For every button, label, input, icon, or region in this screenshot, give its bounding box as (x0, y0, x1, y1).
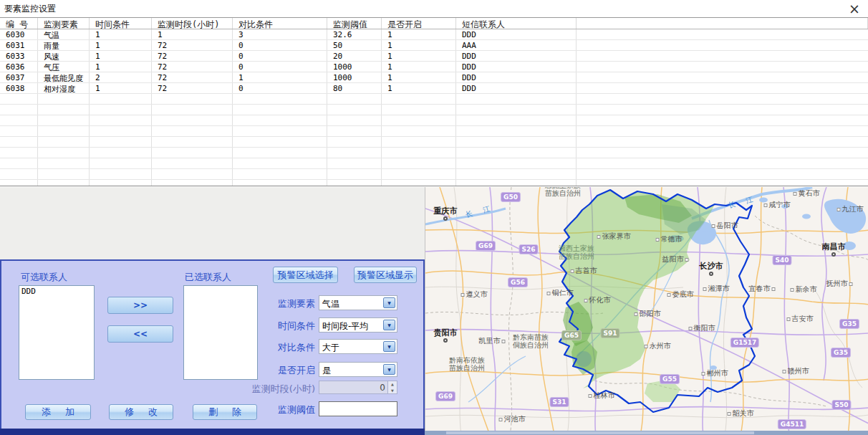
city-marker-icon (772, 287, 776, 291)
table-row[interactable]: 6037最低能见度272110001DDD (0, 72, 868, 83)
element-select[interactable]: 气温 ▼ (319, 295, 397, 310)
chevron-down-icon[interactable]: ▼ (383, 364, 395, 375)
road-badge: S91 (600, 328, 619, 338)
map-city-label: 韶关市 (728, 408, 754, 419)
map-area-label: 黔东南苗族侗族自治州 (513, 333, 549, 349)
table-cell (382, 126, 456, 136)
list-item[interactable]: DDD (19, 286, 94, 297)
table-cell: 1 (90, 83, 152, 93)
compare-condition-select[interactable]: 大于 ▼ (319, 339, 397, 354)
map-city-label: 咸宁市 (764, 200, 791, 210)
map-city-label: 益阳市 (662, 254, 689, 264)
column-header[interactable]: 监测时段(小时) (152, 18, 233, 29)
map-area-label: 恩施土家族苗族自治州 (545, 187, 581, 197)
table-cell (233, 94, 327, 104)
move-right-button[interactable]: >> (107, 297, 173, 314)
modify-button[interactable]: 修 改 (109, 404, 173, 420)
warning-region-display-button[interactable]: 预警区域显示 (354, 267, 417, 283)
add-button[interactable]: 添 加 (25, 404, 91, 420)
map-city-label: 贵阳市 (434, 328, 458, 338)
table-row[interactable]: 6038相对湿度1720801DDD (0, 83, 868, 94)
table-cell-filler (577, 105, 868, 115)
threshold-input[interactable] (319, 401, 397, 416)
river-label: 长 江 (727, 193, 758, 211)
table-empty-row (0, 126, 868, 137)
table-cell: 1 (152, 29, 233, 39)
available-contacts-listbox[interactable]: DDD (19, 285, 95, 380)
chevron-down-icon[interactable]: ▼ (383, 297, 395, 308)
table-row[interactable]: 6036气压172010001DDD (0, 62, 868, 72)
table-cell (0, 115, 38, 125)
column-header[interactable]: 监测阈值 (327, 18, 382, 29)
map-city-label: 湘潭市 (703, 284, 730, 294)
map-city-label: 新余市 (791, 285, 817, 295)
time-condition-select[interactable]: 时间段-平均 ▼ (319, 317, 397, 333)
city-marker-icon (837, 208, 841, 211)
road-badge: S40 (772, 255, 791, 265)
map-city-label: 常德市 (656, 234, 683, 244)
table-cell: 3 (233, 29, 327, 39)
table-row[interactable]: 6031雨量1720501AAA (0, 40, 868, 51)
spin-up-icon[interactable]: ▲ (388, 381, 397, 388)
column-header[interactable]: 是否开启 (382, 18, 456, 29)
title-bar: 要素监控设置 × (0, 0, 868, 17)
city-marker-icon (667, 293, 671, 297)
chevron-down-icon[interactable]: ▼ (383, 341, 395, 352)
warning-region-map[interactable]: 重庆市遵义市贵阳市凯里市河池市桂林市铜仁市吉首市怀化市张家界市常德市益阳市岳阳市… (425, 187, 868, 435)
column-header[interactable]: 监测要素 (38, 18, 90, 29)
map-city-label: 吉首市 (571, 266, 597, 276)
map-city-label: 抚州市 (826, 279, 853, 289)
table-cell (90, 158, 152, 168)
monitoring-rules-table[interactable]: 编 号监测要素时间条件监测时段(小时)对比条件监测阈值是否开启短信联系人6030… (0, 17, 868, 186)
map-city-label: 岳阳市 (712, 221, 738, 231)
city-name: 重庆市 (434, 206, 458, 216)
table-cell: 1 (382, 83, 456, 93)
table-cell (152, 94, 233, 104)
spin-down-icon[interactable]: ▼ (388, 388, 397, 394)
table-row[interactable]: 6030气温11332.61DDD (0, 29, 868, 40)
table-cell: 6038 (0, 83, 38, 93)
table-cell (456, 126, 577, 136)
table-cell: 0 (233, 40, 327, 50)
period-spinner[interactable]: 0 ▲▼ (319, 381, 397, 394)
table-cell (327, 148, 382, 158)
table-cell (327, 105, 382, 115)
table-cell (456, 169, 577, 179)
table-cell (38, 126, 90, 136)
city-name: 宜春市 (749, 284, 771, 294)
table-cell-filler (577, 158, 868, 168)
city-dot-icon (831, 252, 836, 257)
chevron-down-icon[interactable]: ▼ (383, 320, 395, 330)
column-header[interactable]: 对比条件 (233, 18, 327, 29)
map-city-label: 黄石市 (794, 188, 820, 199)
close-icon[interactable]: × (847, 1, 862, 16)
map-city-label: 九江市 (837, 204, 864, 214)
spinner-arrows[interactable]: ▲▼ (387, 381, 397, 393)
map-scrollbar-thumb[interactable] (446, 431, 754, 434)
city-marker-icon (635, 312, 638, 316)
table-cell: 72 (152, 51, 233, 61)
city-marker-icon (728, 412, 731, 416)
move-left-button[interactable]: << (107, 325, 173, 343)
city-name: 黄石市 (799, 188, 820, 199)
column-header[interactable]: 时间条件 (90, 18, 152, 29)
element-field-label: 监测要素 (208, 297, 315, 310)
table-cell: 1000 (327, 62, 382, 72)
table-cell (382, 94, 456, 104)
delete-button[interactable]: 删 除 (193, 404, 257, 420)
road-badge: G65 (561, 330, 582, 340)
compare-condition-field-label: 对比条件 (208, 341, 315, 354)
table-cell-filler (577, 72, 868, 82)
map-city-label: 遵义市 (461, 290, 488, 300)
column-header[interactable]: 短信联系人 (456, 18, 577, 29)
warning-region-select-button[interactable]: 预警区域选择 (273, 267, 338, 283)
map-city-label: 凯里市 (479, 336, 506, 346)
table-cell: 6036 (0, 62, 38, 72)
table-cell: AAA (456, 40, 577, 50)
table-row[interactable]: 6033风速1720201DDD (0, 51, 868, 62)
map-scrollbar[interactable] (425, 431, 868, 435)
enabled-select[interactable]: 是 ▼ (319, 362, 397, 377)
table-header-row: 编 号监测要素时间条件监测时段(小时)对比条件监测阈值是否开启短信联系人 (0, 18, 868, 29)
city-marker-icon (685, 258, 689, 262)
column-header[interactable]: 编 号 (0, 18, 38, 29)
